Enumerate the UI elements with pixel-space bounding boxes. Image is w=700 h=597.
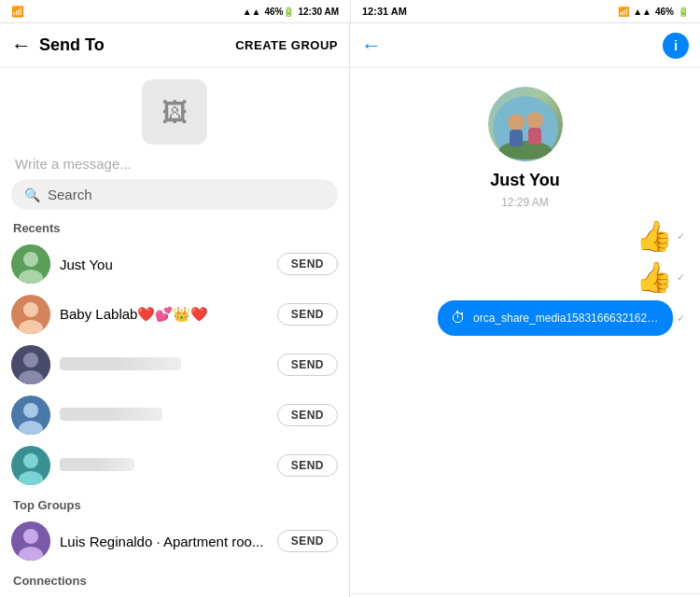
blurred-name-4 (60, 408, 162, 421)
chat-name: Just You (490, 171, 559, 190)
avatar-contact-5 (11, 446, 50, 485)
recents-label: Recents (0, 217, 349, 239)
chat-area: Just You 12:29 AM 👍 ✓ 👍 ✓ ⏱ orca_share_m… (350, 68, 700, 593)
chat-avatar-svg (493, 96, 558, 161)
send-to-title: Send To (39, 35, 235, 55)
chat-avatar (488, 87, 563, 161)
send-button-5[interactable]: SEND (277, 454, 338, 477)
left-time: 12:30 AM (298, 7, 339, 17)
thumbs-up-icon-2: 👍 (636, 259, 673, 295)
right-signal-icon: ▲▲ (633, 7, 651, 17)
thumbs-up-icon-1: 👍 (636, 218, 673, 254)
send-button-4[interactable]: SEND (277, 404, 338, 426)
right-battery-icon: 🔋 (678, 7, 689, 17)
avatar-luis-group (11, 521, 50, 561)
image-placeholder: 🖼 (0, 68, 349, 152)
right-wifi-icon: 📶 (618, 7, 629, 17)
contact-name-just-you: Just You (60, 257, 268, 272)
svg-point-25 (526, 112, 543, 129)
contact-name-4 (60, 408, 268, 423)
msg-check-1: ✓ (677, 230, 685, 243)
status-bars: 📶 ▲▲ 46%🔋 12:30 AM 12:31 AM 📶 ▲▲ 46% 🔋 (0, 0, 700, 22)
file-name: orca_share_media1583166632162.pdf (473, 312, 660, 325)
avatar-just-you (11, 244, 50, 284)
connections-label: Connections (0, 566, 349, 591)
svg-point-1 (23, 252, 38, 267)
file-message[interactable]: ⏱ orca_share_media1583166632162.pdf (438, 300, 673, 336)
contact-item-4[interactable]: SEND (0, 390, 349, 440)
blurred-name-5 (60, 458, 134, 471)
search-container: 🔍 Search (0, 179, 349, 217)
svg-point-23 (508, 114, 525, 131)
send-button-luis-group[interactable]: SEND (277, 530, 338, 552)
svg-rect-24 (510, 130, 523, 146)
left-battery-icon: 46%🔋 (264, 7, 294, 17)
svg-point-13 (23, 453, 38, 468)
right-battery: 46% (655, 7, 674, 17)
chat-avatar-inner (488, 87, 563, 161)
contact-item-just-you[interactable]: Just You SEND (0, 239, 349, 289)
status-bar-left: 📶 ▲▲ 46%🔋 12:30 AM (0, 0, 350, 22)
contact-name-baby-lablab: Baby Lablab❤️💕👑❤️ (60, 306, 268, 323)
messages-area: 👍 ✓ 👍 ✓ ⏱ orca_share_media1583166632162.… (361, 218, 689, 336)
msg-check-2: ✓ (677, 271, 685, 284)
contact-item-luis-group[interactable]: Luis Reginaldo · Apartment roo... SEND (0, 516, 349, 566)
msg-check-file: ✓ (677, 312, 685, 325)
contact-item-5[interactable]: SEND (0, 440, 349, 491)
send-button-baby-lablab[interactable]: SEND (277, 303, 338, 326)
svg-point-16 (23, 529, 38, 544)
svg-point-4 (23, 302, 38, 317)
right-back-button[interactable]: ← (361, 34, 382, 58)
left-panel: ← Send To CREATE GROUP 🖼 Write a message… (0, 23, 350, 597)
info-icon: i (674, 37, 678, 53)
contact-name-3 (60, 357, 268, 373)
right-header: ← i (350, 23, 700, 68)
svg-point-22 (499, 141, 552, 160)
write-message-placeholder: Write a message... (0, 152, 349, 179)
send-button-just-you[interactable]: SEND (277, 253, 338, 275)
contact-list: Just You SEND Baby Lablab❤️💕👑❤️ SEND (0, 239, 349, 597)
avatar-baby-lablab (11, 295, 50, 334)
right-time: 12:31 AM (362, 6, 407, 17)
contact-item-3[interactable]: SEND (0, 340, 349, 390)
left-header: ← Send To CREATE GROUP (0, 23, 349, 68)
create-group-button[interactable]: CREATE GROUP (235, 38, 338, 52)
svg-point-10 (23, 403, 38, 418)
left-signal-icon: ▲▲ (243, 7, 261, 17)
status-bar-right: 12:31 AM 📶 ▲▲ 46% 🔋 (350, 0, 700, 22)
chat-input-bar: ⊞ 📷 🖼 🎤 Aa 😊 👍 (350, 593, 700, 597)
send-button-3[interactable]: SEND (277, 354, 338, 376)
chat-avatar-wrap (488, 87, 563, 161)
main-content: ← Send To CREATE GROUP 🖼 Write a message… (0, 22, 700, 597)
top-groups-label: Top Groups (0, 491, 349, 516)
thumbs-up-message-1: 👍 ✓ (636, 218, 685, 254)
back-button[interactable]: ← (11, 34, 32, 58)
chat-timestamp: 12:29 AM (501, 196, 549, 209)
image-box: 🖼 (142, 79, 207, 145)
right-panel: ← i (350, 23, 700, 597)
contact-name-luis-group: Luis Reginaldo · Apartment roo... (60, 534, 268, 549)
left-wifi-icon: 📶 (11, 6, 24, 18)
svg-rect-26 (528, 128, 541, 145)
contact-item-connection-1[interactable]: SEND (0, 591, 349, 597)
search-box[interactable]: 🔍 Search (11, 179, 338, 210)
contact-item-baby-lablab[interactable]: Baby Lablab❤️💕👑❤️ SEND (0, 289, 349, 340)
avatar-contact-3 (11, 345, 50, 384)
blurred-name-3 (60, 357, 181, 370)
contact-name-5 (60, 458, 268, 474)
file-message-wrap: ⏱ orca_share_media1583166632162.pdf ✓ (438, 300, 685, 336)
info-button[interactable]: i (663, 33, 689, 59)
svg-point-7 (23, 353, 38, 368)
search-icon: 🔍 (24, 187, 40, 202)
file-icon: ⏱ (451, 310, 466, 326)
image-icon: 🖼 (161, 97, 188, 128)
search-input[interactable]: Search (48, 187, 92, 202)
thumbs-up-message-2: 👍 ✓ (636, 259, 685, 295)
avatar-contact-4 (11, 396, 50, 435)
